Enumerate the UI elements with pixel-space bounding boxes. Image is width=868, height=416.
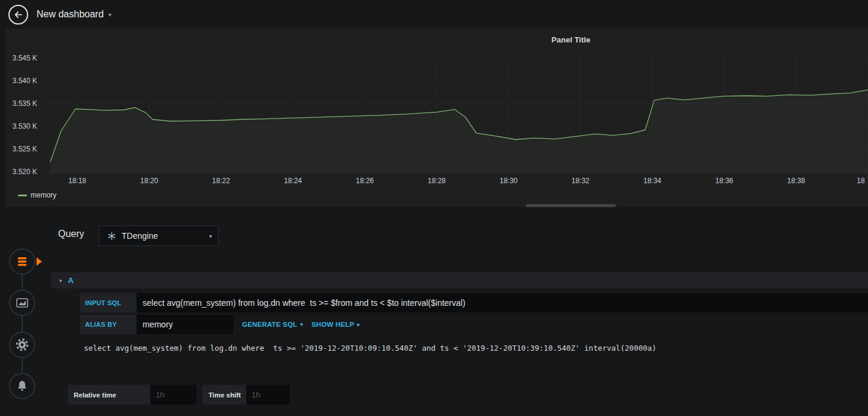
navbar: New dashboard ▾ — [0, 0, 868, 29]
relative-time-label: Relative time — [68, 385, 150, 405]
y-axis-tick-label: 3.525 K — [6, 145, 37, 153]
show-help-label: SHOW HELP — [311, 321, 354, 328]
tab-rail-connector — [22, 262, 23, 386]
chevron-down-icon[interactable]: ▾ — [108, 11, 111, 18]
query-row-header[interactable]: ▾ A — [51, 272, 868, 289]
alias-by-row: ALIAS BY GENERATE SQL ▾ SHOW HELP ▸ — [80, 315, 360, 334]
time-shift-label: Time shift — [202, 385, 246, 405]
x-axis-tick-label: 18:26 — [356, 177, 374, 185]
alias-by-field[interactable] — [137, 315, 234, 334]
x-axis-tick-label: 18:30 — [500, 177, 518, 185]
query-ref-letter: A — [68, 276, 74, 285]
query-options-row: Relative time Time shift — [68, 385, 290, 405]
datasource-name: TDengine — [122, 231, 158, 241]
graph-icon — [15, 296, 29, 310]
time-series-chart[interactable] — [45, 54, 868, 174]
legend: memory — [18, 191, 56, 199]
generated-sql-text: select avg(mem_system) from log.dn where… — [84, 344, 657, 353]
tab-queries[interactable] — [9, 248, 35, 275]
back-button[interactable] — [8, 5, 28, 25]
y-axis-tick-label: 3.535 K — [6, 99, 37, 108]
x-axis-tick-label: 18:20 — [140, 177, 158, 185]
alias-by-label: ALIAS BY — [80, 315, 137, 334]
x-axis-tick-label: 18:38 — [787, 177, 805, 185]
x-axis-tick-label: 18:36 — [715, 177, 733, 185]
tdengine-datasource-icon — [107, 232, 116, 241]
chevron-right-icon: ▸ — [357, 321, 360, 327]
y-axis-tick-label: 3.540 K — [6, 77, 37, 85]
legend-item-memory[interactable]: memory — [18, 191, 56, 199]
panel-title[interactable]: Panel Title — [552, 35, 591, 44]
legend-label: memory — [31, 191, 56, 199]
bell-icon — [15, 379, 29, 393]
query-editor: Query TDengine ▾ ▾ A INPUT SQL ALIAS BY … — [51, 218, 868, 416]
chevron-down-icon: ▾ — [300, 321, 303, 327]
tab-alert[interactable] — [9, 373, 35, 399]
active-tab-arrow-icon — [37, 257, 42, 266]
datasource-select[interactable]: TDengine ▾ — [99, 226, 219, 246]
graph-panel: Panel Title 3.545 K3.540 K3.535 K3.530 K… — [6, 29, 868, 207]
show-help-button[interactable]: SHOW HELP ▸ — [311, 321, 360, 328]
query-section-label: Query — [58, 229, 84, 239]
y-axis-tick-label: 3.520 K — [6, 168, 37, 176]
relative-time-field[interactable] — [150, 385, 196, 405]
arrow-left-icon — [13, 10, 23, 20]
horizontal-scrollbar[interactable] — [526, 204, 616, 207]
x-axis-tick-label: 18:18 — [68, 177, 86, 185]
input-sql-row: INPUT SQL — [80, 293, 868, 312]
legend-color-dash — [18, 195, 27, 196]
input-sql-label: INPUT SQL — [80, 293, 137, 312]
x-axis-tick-label: 18:22 — [212, 177, 230, 185]
collapse-chevron-icon: ▾ — [59, 278, 62, 284]
x-axis-tick-label: 18:24 — [284, 177, 302, 185]
gear-icon — [15, 338, 29, 352]
tab-general[interactable] — [9, 332, 35, 358]
chevron-down-icon: ▾ — [209, 233, 212, 239]
y-axis-tick-label: 3.530 K — [6, 122, 37, 130]
time-shift-field[interactable] — [246, 385, 290, 405]
generate-sql-label: GENERATE SQL — [242, 321, 297, 328]
database-icon — [16, 255, 29, 268]
x-axis-tick-label: 18:32 — [571, 177, 589, 185]
generate-sql-button[interactable]: GENERATE SQL ▾ — [242, 321, 303, 328]
input-sql-field[interactable] — [137, 293, 868, 312]
y-axis-tick-label: 3.545 K — [6, 54, 37, 62]
x-axis-tick-label: 18 — [857, 177, 864, 185]
tab-visualization[interactable] — [9, 290, 35, 316]
x-axis-tick-label: 18:28 — [428, 177, 446, 185]
x-axis-tick-label: 18:34 — [643, 177, 661, 185]
dashboard-title[interactable]: New dashboard — [37, 9, 104, 20]
